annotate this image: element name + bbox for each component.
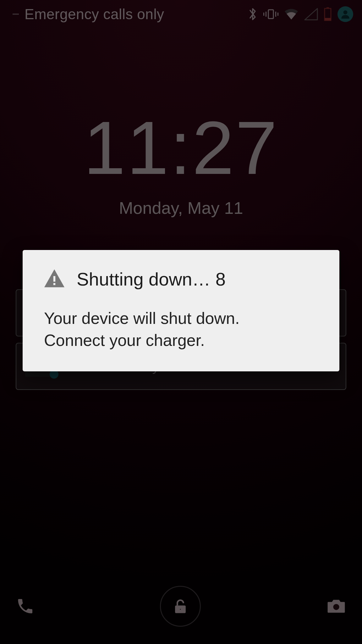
battery-critical-icon xyxy=(324,7,332,21)
svg-rect-7 xyxy=(325,18,331,20)
user-avatar-icon[interactable] xyxy=(337,6,353,22)
phone-icon xyxy=(16,597,35,616)
dialog-title: Shutting down… 8 xyxy=(77,269,226,290)
vibrate-icon xyxy=(263,8,278,20)
phone-shortcut[interactable] xyxy=(16,597,35,616)
svg-rect-4 xyxy=(277,13,278,16)
svg-point-11 xyxy=(333,604,339,610)
lock-date: Monday, May 11 xyxy=(0,198,362,218)
status-bar: Emergency calls only xyxy=(0,0,362,28)
svg-rect-0 xyxy=(268,10,273,19)
status-right xyxy=(248,6,353,22)
bottom-shortcut-bar xyxy=(0,584,362,628)
carrier-label: Emergency calls only xyxy=(25,6,164,23)
svg-rect-1 xyxy=(266,12,266,17)
signal-icon xyxy=(304,8,318,20)
svg-rect-3 xyxy=(275,12,276,17)
camera-icon xyxy=(326,597,346,615)
clock-area: 11:27 Monday, May 11 xyxy=(0,110,362,218)
unlock-icon xyxy=(171,597,189,615)
wifi-icon xyxy=(284,8,299,20)
svg-rect-13 xyxy=(53,283,55,285)
status-left: Emergency calls only xyxy=(13,6,164,23)
warning-icon xyxy=(43,268,66,290)
dialog-header: Shutting down… 8 xyxy=(43,268,319,290)
lock-clock: 11:27 xyxy=(0,110,362,186)
network-indicator-icon xyxy=(13,14,19,15)
dialog-body: Your device will shut down. Connect your… xyxy=(43,307,319,351)
svg-point-8 xyxy=(343,10,348,14)
svg-point-10 xyxy=(179,608,182,611)
shutdown-dialog[interactable]: Shutting down… 8 Your device will shut d… xyxy=(23,250,339,371)
bluetooth-icon xyxy=(248,7,258,21)
camera-shortcut[interactable] xyxy=(326,597,346,615)
svg-rect-12 xyxy=(53,276,55,282)
unlock-handle[interactable] xyxy=(160,586,201,627)
svg-rect-2 xyxy=(263,13,264,16)
lock-screen: Emergency calls only xyxy=(0,0,362,644)
